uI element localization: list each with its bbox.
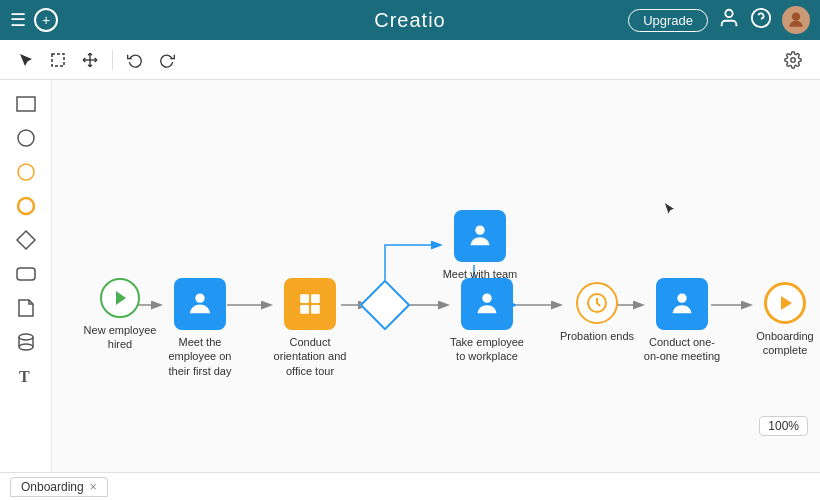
- task-upper-shape: [454, 210, 506, 262]
- add-icon[interactable]: +: [34, 8, 58, 32]
- svg-rect-27: [300, 305, 309, 314]
- svg-point-10: [18, 164, 34, 180]
- task2-shape: [284, 278, 336, 330]
- header: ☰ + Creatio Upgrade: [0, 0, 820, 40]
- header-right: Upgrade: [628, 6, 810, 34]
- circle-solid-tool[interactable]: [10, 124, 42, 152]
- circle-outline-tool[interactable]: [10, 158, 42, 186]
- svg-point-32: [677, 294, 686, 303]
- node-task3-label: Take employee to workplace: [447, 335, 527, 364]
- svg-rect-4: [52, 54, 64, 66]
- svg-point-14: [19, 334, 33, 340]
- gateway-shape: [360, 280, 411, 331]
- header-left: ☰ +: [10, 8, 58, 32]
- toolbar-right: [778, 47, 808, 73]
- bottom-bar: Onboarding ×: [0, 472, 820, 500]
- node-gateway[interactable]: [367, 287, 403, 323]
- svg-point-30: [482, 294, 491, 303]
- node-task2[interactable]: Conduct orientation and office tour: [270, 278, 350, 378]
- task4-shape: [656, 278, 708, 330]
- document-tool[interactable]: [10, 294, 42, 322]
- cylinder-tool[interactable]: [10, 328, 42, 356]
- zoom-indicator: 100%: [759, 416, 808, 436]
- circle-outline2-tool[interactable]: [10, 192, 42, 220]
- task3-shape: [461, 278, 513, 330]
- upgrade-button[interactable]: Upgrade: [628, 9, 708, 32]
- node-end-label: Onboarding complete: [750, 329, 820, 358]
- timer-shape: [576, 282, 618, 324]
- node-task2-label: Conduct orientation and office tour: [270, 335, 350, 378]
- start-event-shape: [100, 278, 140, 318]
- svg-rect-13: [17, 268, 35, 280]
- avatar[interactable]: [782, 6, 810, 34]
- end-triangle-icon: [781, 296, 792, 310]
- svg-marker-12: [17, 231, 35, 249]
- tab-onboarding[interactable]: Onboarding ×: [10, 477, 108, 497]
- svg-point-11: [18, 198, 34, 214]
- svg-point-0: [725, 9, 732, 16]
- svg-rect-28: [311, 305, 320, 314]
- diamond-tool[interactable]: [10, 226, 42, 254]
- toolbar-divider: [112, 50, 113, 70]
- tab-close-icon[interactable]: ×: [90, 480, 97, 494]
- undo-button[interactable]: [121, 48, 149, 72]
- node-task3[interactable]: Take employee to workplace: [447, 278, 527, 364]
- user-icon[interactable]: [718, 7, 740, 34]
- node-start[interactable]: New employee hired: [80, 278, 160, 352]
- node-task1-label: Meet the employee on their first day: [160, 335, 240, 378]
- move-tool-button[interactable]: [76, 48, 104, 72]
- svg-rect-8: [17, 97, 35, 111]
- help-icon[interactable]: [750, 7, 772, 34]
- end-event-shape: [764, 282, 806, 324]
- node-task4-label: Conduct one-on-one meeting: [642, 335, 722, 364]
- svg-point-24: [195, 294, 204, 303]
- svg-rect-25: [300, 294, 309, 303]
- rounded-rect-tool[interactable]: [10, 260, 42, 288]
- node-task1[interactable]: Meet the employee on their first day: [160, 278, 240, 378]
- svg-rect-26: [311, 294, 320, 303]
- svg-point-29: [475, 226, 484, 235]
- svg-point-15: [19, 344, 33, 350]
- node-start-label: New employee hired: [80, 323, 160, 352]
- node-timer[interactable]: Probation ends: [560, 282, 634, 343]
- rectangle-tool[interactable]: [10, 90, 42, 118]
- cursor-indicator: [662, 200, 682, 228]
- toolbar: [0, 40, 820, 80]
- tab-label: Onboarding: [21, 480, 84, 494]
- node-timer-label: Probation ends: [560, 329, 634, 343]
- gateway-wrapper: [367, 287, 403, 323]
- start-triangle-icon: [116, 291, 126, 305]
- flow-area: New employee hired Meet the employee on …: [52, 80, 820, 472]
- redo-button[interactable]: [153, 48, 181, 72]
- area-select-button[interactable]: [44, 48, 72, 72]
- arrows-svg: [52, 80, 820, 472]
- task1-shape: [174, 278, 226, 330]
- text-tool[interactable]: T: [10, 362, 42, 390]
- select-tool-button[interactable]: [12, 48, 40, 72]
- node-task4[interactable]: Conduct one-on-one meeting: [642, 278, 722, 364]
- app-title: Creatio: [374, 9, 445, 32]
- svg-point-7: [791, 57, 796, 62]
- canvas: T: [0, 80, 820, 472]
- svg-text:T: T: [19, 368, 30, 385]
- shape-sidebar: T: [0, 80, 52, 472]
- svg-point-3: [792, 13, 800, 21]
- settings-button[interactable]: [778, 47, 808, 73]
- hamburger-icon[interactable]: ☰: [10, 9, 26, 31]
- node-end[interactable]: Onboarding complete: [750, 282, 820, 358]
- svg-point-9: [18, 130, 34, 146]
